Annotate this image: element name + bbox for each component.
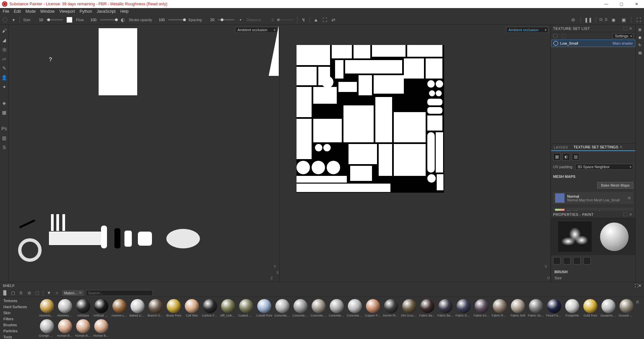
ts-shader[interactable]: Main shader: [612, 41, 633, 45]
window-minimize-button[interactable]: —: [599, 0, 614, 8]
material-item[interactable]: Carbon Fiber: [202, 299, 218, 317]
render-3d-icon[interactable]: ◉: [611, 17, 616, 22]
tsl-undock-icon[interactable]: ⛶: [623, 26, 628, 31]
grid-view-toggle-icon[interactable]: ⊞: [636, 300, 641, 305]
props-close-icon[interactable]: ✕: [628, 212, 633, 217]
material-item[interactable]: Dirt Groun...: [401, 299, 417, 317]
symmetry-2-icon[interactable]: ⇄: [331, 17, 336, 22]
menu-help[interactable]: Help: [120, 9, 129, 14]
flow-color[interactable]: [66, 17, 72, 23]
shelf-cat-tools[interactable]: Tools: [0, 334, 37, 339]
resources-icon[interactable]: ▥: [1, 135, 7, 141]
window-close-button[interactable]: ✕: [629, 0, 644, 8]
shelf-nolink-icon[interactable]: ⊘: [26, 290, 32, 296]
flow-value[interactable]: 100: [87, 18, 97, 22]
material-item[interactable]: Concrete D...: [311, 299, 327, 317]
material-item[interactable]: cliff_rock_m...: [220, 299, 236, 317]
menu-mode[interactable]: Mode: [25, 9, 36, 14]
material-item[interactable]: Cobalt Pure: [256, 299, 272, 317]
material-item[interactable]: Aluminium ...: [57, 299, 73, 317]
uvpad-dropdown[interactable]: 3D Space Neighbor: [575, 164, 634, 170]
opacity-slider[interactable]: [168, 19, 185, 20]
material-item[interactable]: Fabric Rou...: [492, 299, 508, 317]
material-item[interactable]: Concrete B...: [274, 299, 290, 317]
spacing-value[interactable]: 20: [205, 18, 214, 22]
projection-tool-icon[interactable]: ◎: [1, 46, 7, 52]
meshmap-wsn[interactable]: World space normalWorld Space Normals Lo…: [553, 207, 633, 211]
material-item[interactable]: Brass Pure: [166, 299, 182, 317]
menu-window[interactable]: Window: [40, 9, 55, 14]
material-item[interactable]: Human Bac...: [57, 319, 73, 337]
material-item[interactable]: Autumn Leaf: [111, 299, 127, 317]
material-item[interactable]: Calf Skin: [184, 299, 200, 317]
material-item[interactable]: Gouache P...: [600, 299, 616, 317]
shelf-cat-skin[interactable]: Skin: [0, 310, 37, 316]
material-item[interactable]: Denim Rivet: [383, 299, 399, 317]
material-item[interactable]: Human Bell...: [75, 319, 91, 337]
tab-texture-set-settings[interactable]: TEXTURE SET SETTINGS✕: [571, 144, 626, 150]
material-item[interactable]: Concrete Si...: [329, 299, 345, 317]
viewport-2d[interactable]: Ambient occlusion: [280, 25, 551, 282]
material-item[interactable]: Gold Pure: [582, 299, 598, 317]
shelf-undock-icon[interactable]: ⛶: [635, 284, 638, 288]
brush-tab-1[interactable]: [553, 257, 560, 264]
shelf-link-icon[interactable]: ⎘: [18, 290, 24, 296]
viewport-3d[interactable]: Ambient occlusion ? Y: [9, 25, 280, 282]
normal-clear-icon[interactable]: ✕: [627, 195, 631, 201]
material-item[interactable]: Concrete Cl...: [292, 299, 309, 317]
tsl-close-icon[interactable]: ✕: [628, 26, 633, 31]
menu-javascript[interactable]: JavaScript: [97, 9, 116, 14]
shelf-filter-icon[interactable]: ▼: [46, 290, 52, 296]
smudge-tool-icon[interactable]: ✎: [1, 65, 7, 71]
shelf-new-icon[interactable]: ▢: [10, 290, 16, 296]
material-item[interactable]: Human Bu...: [93, 319, 109, 337]
menu-viewport[interactable]: Viewport: [59, 9, 75, 14]
menu-file[interactable]: File: [3, 9, 9, 14]
spacing-slider[interactable]: [218, 19, 234, 20]
shelf-close-icon[interactable]: ✕: [638, 284, 641, 288]
tab-close-icon[interactable]: ✕: [620, 145, 623, 149]
shelf-cat-textures[interactable]: Textures: [0, 298, 37, 304]
material-item[interactable]: Fabric Knitt...: [474, 299, 490, 317]
iray-icon[interactable]: D⎸D: [601, 17, 606, 22]
shelf-cat-brushes[interactable]: Brushes: [0, 322, 37, 328]
material-item[interactable]: Fabric Base: [437, 299, 453, 317]
shelf-filter-chip[interactable]: Materi...✕: [62, 290, 84, 296]
chip-close-icon[interactable]: ✕: [79, 291, 82, 295]
material-picker-icon[interactable]: ✦: [1, 84, 7, 90]
brush-dropdown-icon[interactable]: ▾: [11, 17, 16, 22]
perspective-icon[interactable]: ⊘: [571, 17, 576, 22]
window-maximize-button[interactable]: ▢: [614, 0, 629, 8]
brush-tab-2[interactable]: [563, 257, 571, 264]
material-item[interactable]: Branch Gen...: [148, 299, 164, 317]
flow-slider[interactable]: [100, 19, 117, 20]
bake-mesh-maps-button[interactable]: Bake Mesh Maps: [597, 182, 633, 189]
tss-icon-2[interactable]: ◐: [562, 153, 570, 160]
ts-eye-icon[interactable]: [553, 41, 558, 46]
history-icon[interactable]: ↻: [638, 43, 641, 47]
material-item[interactable]: Ground Gr...: [619, 299, 635, 317]
opacity-value[interactable]: 100: [155, 18, 165, 22]
log-icon[interactable]: ▤: [638, 51, 642, 55]
tss-icon-1[interactable]: ▦: [553, 153, 560, 160]
material-item[interactable]: Aluminium ...: [39, 299, 55, 317]
texture-set-item[interactable]: Low_Small Main shader: [551, 40, 635, 47]
shelf-home-icon[interactable]: ▉: [2, 290, 8, 296]
brush-tab-3[interactable]: [573, 257, 581, 264]
pause-icon[interactable]: ❚❚: [586, 17, 591, 22]
render-camera-icon[interactable]: ▣: [621, 17, 626, 22]
shelf-cat-filters[interactable]: Filters: [0, 316, 37, 322]
material-item[interactable]: Fabric Bam...: [419, 299, 435, 317]
size-slider[interactable]: [46, 19, 63, 20]
menu-edit[interactable]: Edit: [14, 9, 21, 14]
tsl-settings-dropdown[interactable]: Settings: [612, 33, 633, 39]
photoshop-icon[interactable]: Ps: [1, 126, 7, 132]
polyfill-tool-icon[interactable]: ▱: [1, 56, 7, 62]
material-item[interactable]: Concrete S...: [347, 299, 363, 317]
material-item[interactable]: Fabric Soft: [510, 299, 526, 317]
material-item[interactable]: Grunge Ma...: [39, 319, 55, 337]
baking-icon[interactable]: ◈: [1, 100, 7, 106]
eye-solo-icon[interactable]: [561, 34, 566, 38]
tab-layers[interactable]: LAYERS: [551, 144, 571, 150]
distance-toggle-icon[interactable]: •: [238, 17, 243, 22]
